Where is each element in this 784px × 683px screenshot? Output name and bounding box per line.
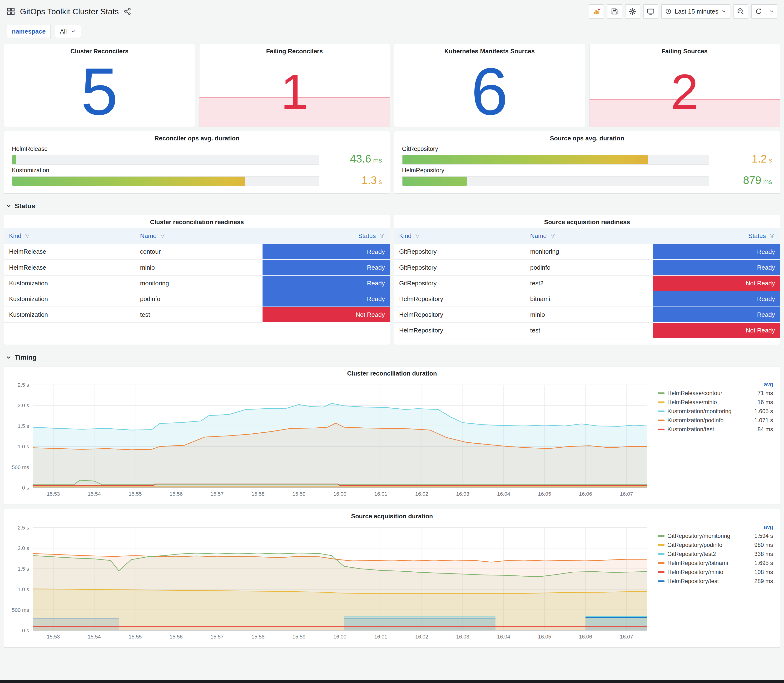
column-header-name[interactable]: Name bbox=[525, 228, 653, 244]
gauge-label: HelmRelease bbox=[12, 146, 382, 152]
gauge-row: GitRepository1.2s bbox=[402, 146, 772, 165]
dashboard-settings-button[interactable] bbox=[625, 4, 640, 19]
time-picker[interactable]: Last 15 minutes bbox=[661, 4, 730, 19]
filter-icon[interactable] bbox=[24, 233, 30, 239]
time-series-canvas[interactable]: 0 s500 ms1.0 s1.5 s2.0 s2.5 s15:5315:541… bbox=[6, 380, 654, 500]
legend-item[interactable]: Kustomization/test84 ms bbox=[658, 425, 773, 434]
readiness-table-wrap: KindNameStatusGitRepositorymonitoringRea… bbox=[394, 228, 780, 338]
svg-text:2.5 s: 2.5 s bbox=[18, 525, 29, 531]
legend-item[interactable]: GitRepository/test2338 ms bbox=[658, 550, 773, 558]
zoom-out-icon bbox=[737, 8, 744, 15]
filter-icon[interactable] bbox=[159, 233, 166, 239]
status-badge: Ready bbox=[263, 276, 390, 291]
add-panel-button[interactable] bbox=[589, 4, 604, 19]
dashboards-grid-icon[interactable] bbox=[6, 7, 15, 16]
gauge-track bbox=[12, 176, 319, 186]
table-row: GitRepositorymonitoringReady bbox=[394, 244, 780, 260]
share-dashboard-icon[interactable] bbox=[123, 8, 131, 15]
zoom-out-button[interactable] bbox=[733, 4, 748, 19]
filter-icon[interactable] bbox=[379, 233, 385, 239]
panel-source-acquisition-duration: Source acquisition duration 0 s500 ms1.0… bbox=[4, 509, 780, 648]
refresh-icon bbox=[755, 8, 762, 15]
filter-icon[interactable] bbox=[550, 233, 556, 239]
column-header-status[interactable]: Status bbox=[653, 228, 780, 244]
series-avg-value: 16 ms bbox=[758, 398, 773, 407]
column-header-status[interactable]: Status bbox=[263, 228, 390, 244]
column-header-name[interactable]: Name bbox=[135, 228, 262, 244]
refresh-button[interactable] bbox=[751, 4, 766, 19]
stat-panel-3: Failing Sources2 bbox=[589, 44, 781, 127]
filter-icon[interactable] bbox=[769, 233, 775, 239]
bottom-spacer bbox=[4, 652, 780, 680]
panel-title[interactable]: Failing Reconcilers bbox=[199, 44, 390, 57]
bar-gauge: HelmRelease43.6msKustomization1.3s bbox=[12, 146, 382, 187]
stat-panel-1: Failing Reconcilers1 bbox=[199, 44, 390, 127]
stat-value: 1 bbox=[281, 71, 308, 112]
panel-title[interactable]: Source acquisition duration bbox=[4, 509, 780, 522]
legend-item[interactable]: HelmRelease/contour71 ms bbox=[658, 389, 773, 398]
section-status[interactable]: Status bbox=[4, 197, 780, 215]
legend-item[interactable]: Kustomization/monitoring1.605 s bbox=[658, 407, 773, 416]
plot-area[interactable]: 0 s500 ms1.0 s1.5 s2.0 s2.5 s15:5315:541… bbox=[6, 523, 657, 645]
column-header-kind[interactable]: Kind bbox=[394, 228, 525, 244]
series-avg-value: 1.605 s bbox=[754, 407, 773, 416]
table-row: GitRepositorytest2Not Ready bbox=[394, 275, 780, 291]
save-dashboard-button[interactable] bbox=[607, 4, 622, 19]
panel-title[interactable]: Source ops avg. duration bbox=[402, 131, 772, 144]
table-cell: test bbox=[525, 322, 653, 338]
table-row: KustomizationtestNot Ready bbox=[4, 307, 390, 322]
column-label: Kind bbox=[9, 232, 21, 239]
section-label: Status bbox=[15, 202, 35, 210]
gauge-label: GitRepository bbox=[402, 146, 772, 152]
status-badge: Not Ready bbox=[653, 323, 780, 338]
svg-text:1.5 s: 1.5 s bbox=[18, 423, 29, 429]
table-cell: HelmRelease bbox=[4, 244, 135, 260]
series-color-swatch bbox=[658, 571, 665, 573]
time-series-canvas[interactable]: 0 s500 ms1.0 s1.5 s2.0 s2.5 s15:5315:541… bbox=[6, 523, 654, 643]
legend-item[interactable]: Kustomization/podinfo1.071 s bbox=[658, 416, 773, 425]
legend-avg-header: avg bbox=[658, 381, 773, 388]
legend-item[interactable]: HelmRepository/minio108 ms bbox=[658, 568, 773, 577]
gauge-value: 1.3s bbox=[319, 175, 382, 187]
series-color-swatch bbox=[658, 393, 665, 394]
table-cell: contour bbox=[135, 244, 262, 260]
variable-label-namespace: namespace bbox=[6, 25, 51, 38]
plot-area[interactable]: 0 s500 ms1.0 s1.5 s2.0 s2.5 s15:5315:541… bbox=[6, 380, 657, 502]
panel-title[interactable]: Reconciler ops avg. duration bbox=[12, 131, 382, 144]
filter-icon[interactable] bbox=[414, 233, 420, 239]
svg-text:16:06: 16:06 bbox=[579, 634, 592, 640]
table-cell: monitoring bbox=[135, 275, 262, 291]
legend-item[interactable]: GitRepository/podinfo980 ms bbox=[658, 540, 773, 550]
series-color-swatch bbox=[658, 553, 665, 555]
legend-item[interactable]: GitRepository/monitoring1.594 s bbox=[658, 531, 773, 540]
panel-title[interactable]: Cluster reconciliation duration bbox=[4, 367, 780, 379]
series-name: HelmRepository/test bbox=[667, 577, 751, 586]
status-cell: Ready bbox=[653, 260, 780, 275]
namespace-dropdown[interactable]: All bbox=[55, 25, 81, 38]
legend-item[interactable]: HelmRelease/minio16 ms bbox=[658, 398, 773, 407]
legend-item[interactable]: HelmRepository/test289 ms bbox=[658, 577, 773, 586]
legend-item[interactable]: HelmRepository/bitnami1.695 s bbox=[658, 558, 773, 568]
tv-icon bbox=[647, 8, 654, 15]
chevron-down-icon bbox=[6, 203, 11, 209]
svg-text:0 s: 0 s bbox=[22, 485, 29, 491]
section-timing[interactable]: Timing bbox=[4, 349, 780, 366]
panel-title[interactable]: Source acquisition readiness bbox=[394, 215, 780, 228]
refresh-interval-dropdown[interactable] bbox=[766, 4, 778, 19]
cycle-view-mode-button[interactable] bbox=[643, 4, 658, 19]
column-header-kind[interactable]: Kind bbox=[4, 228, 135, 244]
table-cell: minio bbox=[135, 260, 262, 275]
panel-title[interactable]: Failing Sources bbox=[590, 44, 780, 57]
status-cell: Ready bbox=[653, 291, 780, 307]
header-left: GitOps Toolkit Cluster Stats bbox=[6, 7, 131, 16]
svg-text:15:55: 15:55 bbox=[128, 634, 142, 640]
svg-text:16:04: 16:04 bbox=[497, 634, 510, 640]
gauge-bar bbox=[12, 155, 16, 164]
svg-text:2.5 s: 2.5 s bbox=[18, 382, 29, 388]
svg-text:16:01: 16:01 bbox=[374, 491, 387, 497]
svg-text:16:05: 16:05 bbox=[538, 491, 551, 497]
settings-icon bbox=[629, 8, 636, 15]
gauge-label: Kustomization bbox=[12, 167, 382, 174]
grafana-dashboard-page: GitOps Toolkit Cluster Stats Last 15 min… bbox=[0, 0, 784, 680]
panel-title[interactable]: Cluster reconciliation readiness bbox=[4, 215, 390, 228]
